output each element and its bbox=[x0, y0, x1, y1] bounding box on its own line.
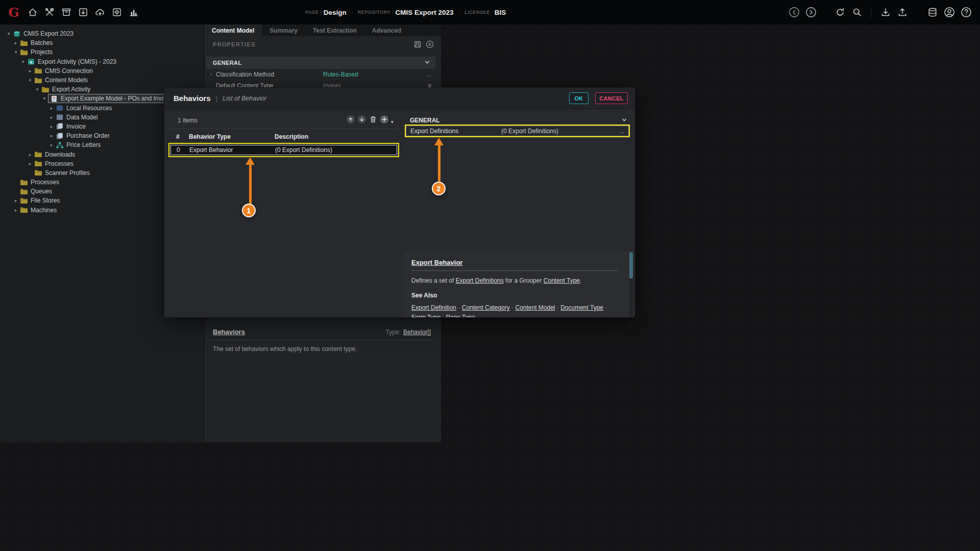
add-dropdown-caret-icon[interactable]: ▾ bbox=[391, 119, 394, 124]
stats-chart-icon[interactable] bbox=[127, 6, 140, 19]
search-icon[interactable] bbox=[850, 6, 864, 19]
type-label: Type: bbox=[386, 329, 401, 336]
tree-item-batches[interactable]: ▸Batches bbox=[0, 38, 204, 47]
property-value[interactable]: Rules-Based bbox=[323, 71, 426, 78]
tab-content-model[interactable]: Content Model bbox=[204, 24, 262, 36]
ellipsis-button[interactable]: ... bbox=[426, 71, 435, 78]
tree-item-export-activity-cmis-2023[interactable]: ▾Export Activity (CMIS) - 2023 bbox=[0, 57, 204, 66]
pages-icon bbox=[56, 123, 64, 130]
column-header-behavior-type[interactable]: Behavior Type bbox=[189, 133, 275, 140]
property-help-title[interactable]: Behaviors bbox=[213, 328, 386, 336]
behavior-list-row[interactable]: 0 Export Behavior (0 Export Definitions) bbox=[170, 145, 397, 155]
tree-item-cmis-export-2023[interactable]: ▾CMIS Export 2023 bbox=[0, 29, 204, 38]
help-link-export-definitions[interactable]: Export Definitions bbox=[456, 277, 504, 284]
folder-icon bbox=[34, 67, 42, 74]
selected-node-box[interactable]: Export Example Model - POs and Invoi bbox=[48, 94, 168, 103]
page-value[interactable]: Design bbox=[324, 9, 347, 16]
tree-item-cmis-connection[interactable]: ▸CMIS Connection bbox=[0, 66, 204, 76]
licensee-value[interactable]: BIS bbox=[495, 9, 506, 16]
expand-chevron-icon[interactable]: › bbox=[208, 71, 215, 77]
tree-expander-icon[interactable]: ▸ bbox=[48, 124, 55, 129]
add-button[interactable] bbox=[380, 115, 389, 124]
help-heading-link[interactable]: Export Behavior bbox=[411, 259, 462, 266]
tree-expander-icon[interactable]: ▸ bbox=[27, 152, 34, 157]
tree-expander-icon[interactable]: ▸ bbox=[48, 133, 55, 138]
refresh-icon[interactable] bbox=[833, 6, 847, 19]
dialog-general-header[interactable]: GENERAL bbox=[410, 116, 627, 125]
tree-expander-icon[interactable]: ▸ bbox=[27, 161, 34, 166]
back-icon[interactable] bbox=[787, 6, 801, 19]
chevron-down-icon[interactable] bbox=[424, 58, 430, 67]
tree-expander-icon[interactable]: ▾ bbox=[41, 96, 48, 101]
items-count: 1 items bbox=[178, 117, 198, 124]
help-scrollbar-thumb[interactable] bbox=[629, 252, 633, 279]
tree-expander-icon[interactable]: ▸ bbox=[27, 68, 34, 73]
repository-value[interactable]: CMIS Export 2023 bbox=[395, 9, 453, 16]
tree-expander-icon[interactable]: ▸ bbox=[12, 198, 19, 203]
tree-expander-icon[interactable]: ▾ bbox=[34, 87, 41, 92]
dialog-help-panel: Export Behavior Defines a set of Export … bbox=[403, 251, 631, 317]
box-download-icon[interactable] bbox=[76, 6, 90, 19]
see-also-link-export-definition[interactable]: Export Definition bbox=[411, 304, 456, 311]
column-header-number[interactable]: # bbox=[176, 133, 189, 140]
property-help-header: Behaviors Type: Behavior[] bbox=[206, 328, 434, 340]
see-also-link-content-model[interactable]: Content Model bbox=[515, 304, 555, 311]
help-icon[interactable] bbox=[959, 6, 973, 19]
download-icon[interactable] bbox=[878, 6, 892, 19]
close-icon[interactable] bbox=[426, 40, 434, 48]
type-value-link[interactable]: Behavior[] bbox=[403, 329, 431, 336]
callout-1-shaft bbox=[249, 164, 252, 206]
tree-item-content-models[interactable]: ▾Content Models bbox=[0, 76, 204, 85]
column-header-description[interactable]: Description bbox=[275, 133, 399, 140]
dialog-titlebar[interactable]: Behaviors | List of Behavior OK CANCEL bbox=[164, 88, 635, 109]
see-also-link-content-category[interactable]: Content Category bbox=[462, 304, 510, 311]
see-also-link-form-type[interactable]: Form Type bbox=[411, 314, 440, 317]
export-definitions-label: Export Definitions bbox=[410, 128, 501, 135]
tree-item-projects[interactable]: ▾Projects bbox=[0, 47, 204, 57]
save-icon[interactable] bbox=[413, 40, 422, 48]
tree-expander-icon[interactable]: ▾ bbox=[5, 31, 12, 36]
move-up-button[interactable] bbox=[346, 115, 355, 124]
box-gear-icon[interactable] bbox=[110, 6, 124, 19]
tab-test-extraction[interactable]: Test Extraction bbox=[305, 24, 364, 36]
tree-expander-icon[interactable]: ▸ bbox=[48, 142, 55, 147]
chevron-down-icon[interactable] bbox=[621, 116, 627, 125]
delete-icon[interactable] bbox=[369, 115, 378, 124]
tools-icon[interactable] bbox=[42, 6, 56, 19]
tree-expander-icon[interactable]: ▾ bbox=[19, 59, 27, 64]
tab-advanced[interactable]: Advanced bbox=[364, 24, 409, 36]
tree-expander-icon[interactable]: ▸ bbox=[48, 106, 55, 111]
general-section-header[interactable]: GENERAL bbox=[206, 57, 435, 69]
tree-expander-icon[interactable]: ▸ bbox=[12, 208, 19, 213]
tree-expander-icon[interactable]: ▸ bbox=[12, 40, 19, 45]
move-down-button[interactable] bbox=[357, 115, 366, 124]
tree-expander-icon[interactable]: ▸ bbox=[48, 115, 55, 120]
help-link-content-type[interactable]: Content Type bbox=[544, 277, 580, 284]
batches-box-icon[interactable] bbox=[59, 6, 73, 19]
see-also-links: Export Definition · Content Category · C… bbox=[411, 303, 618, 317]
cloud-upload-icon[interactable] bbox=[93, 6, 107, 19]
callout-2-shaft bbox=[438, 144, 440, 183]
ok-button[interactable]: OK bbox=[569, 92, 589, 104]
help-scrollbar[interactable] bbox=[629, 252, 633, 316]
home-icon[interactable] bbox=[26, 6, 39, 19]
property-row-classification-method[interactable]: ›Classification MethodRules-Based... bbox=[206, 69, 435, 80]
folder-icon bbox=[20, 197, 28, 204]
tab-summary[interactable]: Summary bbox=[262, 24, 305, 36]
project-icon bbox=[27, 58, 35, 65]
tree-expander-icon[interactable]: ▾ bbox=[27, 78, 34, 83]
upload-icon[interactable] bbox=[895, 6, 909, 19]
grooper-logo[interactable]: G bbox=[5, 5, 22, 20]
tree-item-label: CMIS Connection bbox=[45, 67, 93, 74]
see-also-link-page-type[interactable]: Page Type bbox=[446, 314, 475, 317]
ellipsis-button[interactable]: ... bbox=[619, 128, 624, 135]
cancel-button[interactable]: CANCEL bbox=[595, 92, 628, 104]
user-icon[interactable] bbox=[942, 6, 956, 19]
folder-icon bbox=[20, 179, 28, 186]
tree-expander-icon[interactable]: ▾ bbox=[12, 49, 19, 55]
export-definitions-row[interactable]: Export Definitions (0 Export Definitions… bbox=[406, 126, 629, 136]
tree-item-label: Export Activity (CMIS) - 2023 bbox=[38, 58, 116, 65]
see-also-link-document-type[interactable]: Document Type bbox=[560, 304, 603, 311]
database-icon[interactable] bbox=[925, 6, 939, 19]
forward-icon[interactable] bbox=[804, 6, 818, 19]
